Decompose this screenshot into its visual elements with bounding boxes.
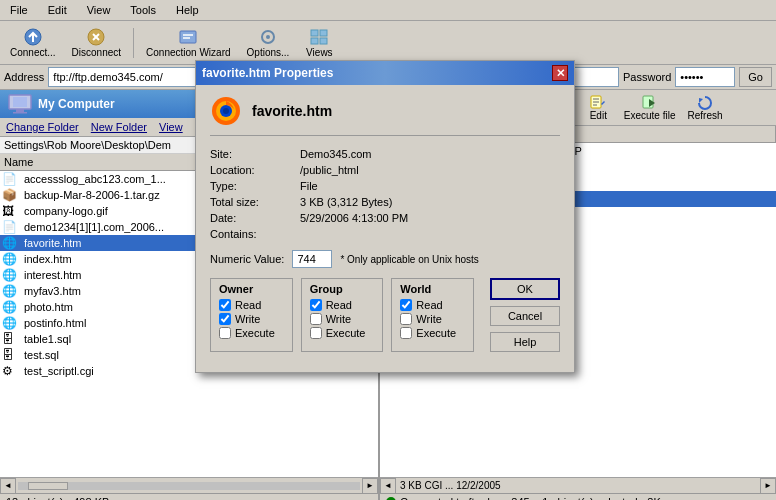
file-icon: 🌐 — [2, 252, 20, 266]
change-folder-button[interactable]: Change Folder — [4, 120, 81, 134]
dialog-info: Site: Demo345.com Location: /public_html… — [210, 148, 560, 240]
total-size-label: Total size: — [210, 196, 300, 208]
new-folder-button[interactable]: New Folder — [89, 120, 149, 134]
numeric-label: Numeric Value: — [210, 253, 284, 265]
group-write-checkbox[interactable] — [310, 313, 322, 325]
permissions-section: Owner Read Write Execute Group — [210, 278, 560, 352]
options-button[interactable]: Options... — [241, 25, 296, 60]
svg-rect-15 — [13, 97, 27, 107]
group-write-label: Write — [326, 313, 351, 325]
contains-label: Contains: — [210, 228, 300, 240]
menu-file[interactable]: File — [4, 2, 34, 18]
scroll-thumb[interactable] — [28, 482, 68, 490]
dialog-close-button[interactable]: ✕ — [552, 65, 568, 81]
help-button[interactable]: Help — [490, 332, 560, 352]
views-button[interactable]: Views — [299, 25, 339, 60]
menu-tools[interactable]: Tools — [124, 2, 162, 18]
edit-icon — [589, 94, 607, 110]
group-read-checkbox[interactable] — [310, 299, 322, 311]
world-read-row: Read — [400, 299, 465, 311]
file-icon: 🌐 — [2, 284, 20, 298]
views-icon — [309, 27, 329, 47]
group-group-title: Group — [310, 283, 375, 295]
svg-rect-11 — [320, 30, 327, 36]
world-write-checkbox[interactable] — [400, 313, 412, 325]
right-scroll-right-arrow[interactable]: ► — [760, 478, 776, 494]
dialog-file-header: favorite.htm — [210, 95, 560, 136]
group-permissions: Group Read Write Execute — [301, 278, 384, 352]
world-execute-checkbox[interactable] — [400, 327, 412, 339]
svg-rect-10 — [311, 30, 318, 36]
disconnect-button[interactable]: Disconnect — [66, 25, 127, 60]
owner-write-checkbox[interactable] — [219, 313, 231, 325]
group-execute-checkbox[interactable] — [310, 327, 322, 339]
date-row: Date: 5/29/2006 4:13:00 PM — [210, 212, 560, 224]
scroll-right-arrow[interactable]: ► — [362, 478, 378, 494]
selection-status-text: 1 object(s) selected - 3K — [542, 496, 661, 500]
owner-execute-checkbox[interactable] — [219, 327, 231, 339]
go-button[interactable]: Go — [739, 67, 772, 87]
connect-button[interactable]: Connect... — [4, 25, 62, 60]
edit-button[interactable]: Edit — [581, 92, 616, 123]
svg-rect-5 — [180, 31, 196, 43]
edit-label: Edit — [590, 110, 607, 121]
dialog-buttons: OK Cancel Help — [490, 278, 560, 352]
execute-file-button[interactable]: Execute file — [620, 92, 680, 123]
numeric-note: * Only applicable on Unix hosts — [340, 254, 478, 265]
location-label: Location: — [210, 164, 300, 176]
owner-execute-row: Execute — [219, 327, 284, 339]
site-value: Demo345.com — [300, 148, 372, 160]
menu-edit[interactable]: Edit — [42, 2, 73, 18]
owner-read-checkbox[interactable] — [219, 299, 231, 311]
right-horizontal-scrollbar[interactable]: ◄ 3 KB CGI ... 12/2/2005 ► — [380, 477, 776, 493]
right-scroll-info: 3 KB CGI ... 12/2/2005 — [396, 480, 505, 491]
type-label: Type: — [210, 180, 300, 192]
connect-icon — [23, 27, 43, 47]
left-panel-title: My Computer — [38, 97, 115, 111]
scroll-track[interactable] — [18, 482, 360, 490]
menu-help[interactable]: Help — [170, 2, 205, 18]
location-row: Location: /public_html — [210, 164, 560, 176]
connection-wizard-button[interactable]: Connection Wizard — [140, 25, 236, 60]
owner-write-row: Write — [219, 313, 284, 325]
scroll-left-arrow[interactable]: ◄ — [0, 478, 16, 494]
dialog-title: favorite.htm Properties — [202, 66, 333, 80]
owner-read-label: Read — [235, 299, 261, 311]
menu-view[interactable]: View — [81, 2, 117, 18]
group-read-row: Read — [310, 299, 375, 311]
refresh-button[interactable]: Refresh — [684, 92, 727, 123]
cancel-button[interactable]: Cancel — [490, 306, 560, 326]
date-value: 5/29/2006 4:13:00 PM — [300, 212, 408, 224]
disconnect-icon — [86, 27, 106, 47]
address-label: Address — [4, 71, 44, 83]
file-icon: 📄 — [2, 172, 20, 186]
execute-file-label: Execute file — [624, 110, 676, 121]
file-icon: 🌐 — [2, 300, 20, 314]
file-icon: 📦 — [2, 188, 20, 202]
location-value: /public_html — [300, 164, 359, 176]
type-value: File — [300, 180, 318, 192]
ok-button[interactable]: OK — [490, 278, 560, 300]
wizard-icon — [178, 27, 198, 47]
right-scroll-left-arrow[interactable]: ◄ — [380, 478, 396, 494]
contains-row: Contains: — [210, 228, 560, 240]
left-horizontal-scrollbar[interactable]: ◄ ► — [0, 477, 378, 493]
dialog-titlebar: favorite.htm Properties ✕ — [196, 61, 574, 85]
svg-rect-12 — [311, 38, 318, 44]
type-row: Type: File — [210, 180, 560, 192]
password-label: Password — [623, 71, 671, 83]
dialog-body: favorite.htm Site: Demo345.com Location:… — [196, 85, 574, 372]
world-read-checkbox[interactable] — [400, 299, 412, 311]
view-button[interactable]: View — [157, 120, 185, 134]
right-panel-status: Connected to ftp.demo345.c 1 object(s) s… — [380, 493, 776, 500]
execute-file-icon — [641, 94, 659, 110]
password-input[interactable] — [675, 67, 735, 87]
svg-rect-16 — [16, 109, 24, 112]
options-icon — [258, 27, 278, 47]
numeric-value-input[interactable] — [292, 250, 332, 268]
owner-execute-label: Execute — [235, 327, 275, 339]
group-read-label: Read — [326, 299, 352, 311]
main-toolbar: Connect... Disconnect Connection Wizard … — [0, 21, 776, 65]
svg-point-9 — [266, 35, 270, 39]
computer-icon — [8, 94, 32, 114]
